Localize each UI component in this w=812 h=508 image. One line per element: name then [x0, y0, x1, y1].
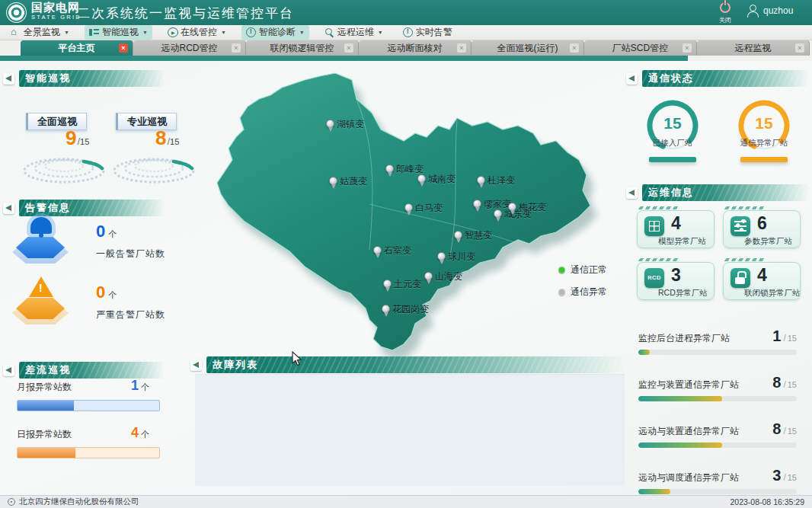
user-menu[interactable]: quzhou: [746, 4, 793, 18]
legend-item: 通信异常: [558, 286, 607, 299]
menu-item-label: 智能巡视: [102, 26, 139, 39]
tab[interactable]: 厂站SCD管控 ×: [584, 40, 697, 56]
ops-card[interactable]: RCD 3 RCD异常厂站: [637, 262, 714, 300]
tab-close-icon[interactable]: ×: [795, 43, 804, 53]
tab-close-icon[interactable]: ×: [457, 43, 466, 53]
station-label: 白马变: [415, 202, 443, 215]
panel-collapse-arrow-icon[interactable]: [190, 359, 202, 371]
tab[interactable]: 联闭锁逻辑管控 ×: [246, 40, 359, 56]
ops-card-value: 6: [757, 213, 767, 234]
menu-item-label: 智能诊断: [259, 26, 296, 39]
diff-value: 1个: [131, 378, 149, 394]
tab-close-icon[interactable]: ×: [344, 43, 353, 53]
panel-header-comm: 通信状态: [626, 70, 809, 87]
diff-value: 4个: [131, 425, 149, 441]
panel-collapse-arrow-icon[interactable]: [3, 365, 14, 376]
alarm-label: 严重告警厂站数: [96, 308, 165, 321]
diff-row: 日报异常站数 4个: [17, 425, 160, 458]
map-pin-icon: [404, 203, 413, 212]
alarm-item: 0个 一般告警厂站数: [6, 210, 166, 271]
close-session-button[interactable]: 关闭: [713, 2, 737, 24]
map-legend: 通信正常 通信异常: [558, 264, 607, 299]
metric-progress-fill: [638, 350, 650, 355]
metric-progress-track: [638, 396, 797, 401]
username: quzhou: [763, 5, 793, 16]
swirl-rings-icon: [21, 143, 107, 187]
menu-item[interactable]: 远程运维 ▼: [320, 25, 388, 40]
comm-gauge: 15 已接入厂站: [644, 97, 701, 168]
total: 15: [788, 334, 797, 343]
chevron-down-icon: ▼: [299, 30, 305, 35]
main-menu-bar: 全景监视 ▼ 智能巡视 ▼ 在线管控 ▼ 智能诊断 ▼ 远程运维 ▼ 实时告警: [0, 25, 812, 40]
ops-card[interactable]: 6 参数异常厂站: [723, 210, 801, 248]
tab-close-icon[interactable]: ×: [232, 43, 241, 53]
tab[interactable]: 全面巡视(运行) ×: [472, 40, 584, 56]
dashboard-root: 国家电网 STATE GRID 二次系统统一监视与运维管控平台 关闭 quzho…: [0, 0, 812, 508]
diff-progress-track: [17, 447, 160, 458]
ops-card-label: 联闭锁异常厂站: [744, 288, 801, 299]
panel-title: 智能巡视: [19, 70, 165, 87]
tab[interactable]: 远程监视 ×: [697, 40, 810, 56]
menu-item-label: 在线管控: [181, 26, 217, 39]
diff-rows: 月报异常站数 1个 日报异常站数 4个: [17, 378, 160, 472]
menu-item-icon: [324, 27, 334, 37]
menu-item[interactable]: 智能巡视 ▼: [85, 25, 152, 40]
menu-item[interactable]: 实时告警 ▼: [398, 25, 457, 40]
metric-label: 监控与装置通信异常厂站: [638, 379, 739, 391]
alarm-item: 0个 严重告警厂站数: [6, 271, 166, 332]
value: 3: [772, 467, 781, 484]
panel-collapse-arrow-icon[interactable]: [3, 73, 14, 85]
alarm-unit: 个: [108, 290, 117, 299]
power-icon: [720, 2, 730, 13]
station-label: 姑蔑变: [340, 175, 367, 188]
tab-label: 平台主页: [59, 42, 95, 55]
tab[interactable]: 远动断面核对 ×: [359, 40, 472, 56]
tab-close-icon[interactable]: ×: [119, 43, 128, 53]
menu-item-label: 全景监视: [24, 26, 60, 39]
ops-card-value: 4: [671, 213, 681, 234]
ops-card-icon: [730, 268, 750, 288]
value: 1: [772, 327, 781, 344]
tab[interactable]: 远动RCD管控 ×: [133, 40, 246, 56]
alarm-text: 0个 一般告警厂站数: [96, 222, 165, 260]
map-pin-icon: [383, 280, 392, 288]
clock: 2023-08-08 16:35:29: [730, 497, 805, 506]
chevron-down-icon: ▼: [64, 30, 69, 35]
legend-item: 通信正常: [558, 264, 607, 276]
tab-close-icon[interactable]: ×: [570, 43, 579, 53]
tab-label: 远程监视: [735, 42, 772, 55]
panel-title: 通信状态: [642, 70, 809, 87]
ops-card-icon: RCD: [644, 268, 664, 288]
map-pin-icon: [424, 272, 433, 280]
state-grid-logo-icon: [6, 2, 27, 23]
map-pin-icon: [417, 174, 426, 183]
gauge-pedestal: [740, 157, 788, 162]
metric-value: 8/15: [772, 374, 797, 391]
alarm-count: 0: [96, 283, 105, 302]
tab-label: 厂站SCD管控: [612, 42, 668, 55]
value: 8: [772, 420, 781, 437]
alarm-glyph-icon: [30, 217, 52, 234]
menu-item-icon: [11, 27, 21, 37]
menu-item[interactable]: 智能诊断 ▼: [241, 25, 309, 40]
tab-close-icon[interactable]: ×: [683, 43, 692, 53]
metric-value: 1/15: [772, 327, 797, 345]
station-layer: 湖镇变 姑蔑变 郎峰变 城南变 杜泽变 白马变: [194, 59, 628, 356]
menu-item-label: 实时告警: [416, 26, 452, 39]
tab-label: 联闭锁逻辑管控: [270, 42, 334, 55]
total: 15: [788, 427, 797, 436]
ops-cards: 4 模型异常厂站 6 参数异常厂站 RCD 3 RCD异常厂站 4 联闭锁异常厂…: [637, 210, 804, 300]
tab[interactable]: 平台主页 ×: [21, 40, 133, 56]
map-pin-icon: [473, 200, 481, 208]
metric-label: 监控后台进程异常厂站: [638, 332, 730, 345]
panel-header-fault: 故障列表: [190, 356, 625, 373]
value: 4: [131, 425, 139, 440]
status-bar: 北京四方继保自动化股份有限公司 2023-08-08 16:35:29: [0, 495, 812, 508]
menu-item[interactable]: 在线管控 ▼: [163, 25, 231, 40]
panel-header-ops: 运维信息: [626, 184, 809, 201]
menu-item[interactable]: 全景监视 ▼: [6, 25, 74, 40]
ops-card[interactable]: 4 模型异常厂站: [637, 210, 714, 248]
menu-item-icon: [168, 27, 177, 37]
ops-card[interactable]: 4 联闭锁异常厂站: [723, 262, 801, 300]
ops-card-value: 3: [671, 265, 681, 286]
